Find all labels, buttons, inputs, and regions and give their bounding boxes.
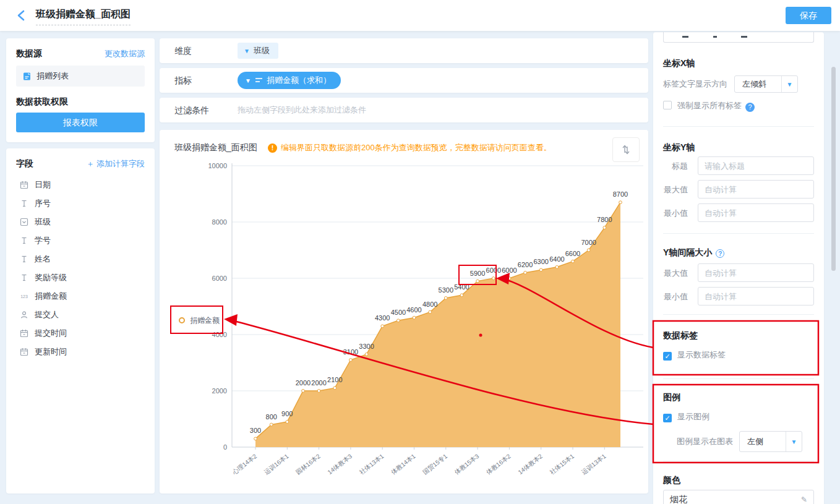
field-item[interactable]: 姓名 — [16, 250, 145, 268]
metric-row: 指标 ▼ 捐赠金额（求和） — [160, 68, 648, 93]
chevron-down-icon: ▼ — [786, 432, 802, 451]
save-button[interactable]: 保存 — [786, 7, 831, 24]
label-direction-select[interactable]: 左倾斜 ▼ — [734, 75, 798, 93]
svg-text:6000: 6000 — [212, 275, 227, 282]
field-item[interactable]: 班级 — [16, 213, 145, 231]
label-direction-label: 标签文字显示方向 — [663, 79, 727, 88]
show-data-labels-checkbox[interactable]: ✓ — [663, 352, 672, 361]
field-item-label: 序号 — [35, 198, 51, 209]
force-labels-checkbox[interactable] — [663, 101, 672, 109]
divider — [663, 314, 814, 315]
svg-text:4500: 4500 — [391, 309, 406, 316]
field-item-label: 更新时间 — [35, 346, 67, 357]
svg-text:运训16本1: 运训16本1 — [263, 453, 290, 476]
svg-text:体教14本1: 体教14本1 — [389, 453, 417, 476]
show-legend-row: ✓显示图例 — [663, 411, 814, 422]
svg-text:6200: 6200 — [518, 261, 533, 268]
filter-dropzone[interactable]: 拖动左侧字段到此处来添加过滤条件 — [238, 98, 366, 122]
y-axis-title-label: 标题 — [663, 161, 688, 172]
show-legend-checkbox[interactable]: ✓ — [663, 414, 672, 422]
field-item[interactable]: 日期 — [16, 176, 145, 194]
svg-text:14体教本2: 14体教本2 — [516, 453, 544, 476]
svg-text:3300: 3300 — [359, 343, 374, 350]
page-title[interactable]: 班级捐赠金额_面积图 — [36, 8, 131, 25]
calendar-icon — [20, 348, 28, 356]
dimension-row: 维度 ▼班级 — [160, 38, 648, 63]
field-item[interactable]: 更新时间 — [16, 343, 145, 361]
field-item[interactable]: 学号 — [16, 231, 145, 250]
field-item[interactable]: 序号 — [16, 194, 145, 213]
svg-text:2100: 2100 — [327, 376, 342, 383]
svg-text:2000: 2000 — [296, 379, 311, 387]
datasource-item[interactable]: 捐赠列表 — [16, 66, 145, 87]
field-item[interactable]: 提交时间 — [16, 324, 145, 343]
dimension-tag[interactable]: ▼班级 — [238, 43, 278, 59]
divider — [663, 126, 814, 127]
chevron-down-icon: ▼ — [781, 76, 797, 92]
color-scheme-select[interactable]: 烟花 ✎ — [663, 490, 814, 504]
field-item[interactable]: 提交人 — [16, 305, 145, 324]
color-section-title: 颜色 — [663, 475, 814, 486]
y-axis-section-title: 坐标Y轴 — [663, 142, 814, 153]
change-datasource-link[interactable]: 更改数据源 — [105, 48, 145, 59]
document-icon — [22, 72, 32, 81]
legend-section-title: 图例 — [663, 392, 814, 403]
add-calculated-field-link[interactable]: ＋ 添加计算字段 — [86, 158, 145, 169]
user-icon — [20, 310, 28, 319]
y-axis-min-label: 最小值 — [663, 208, 688, 219]
svg-text:2000: 2000 — [212, 387, 227, 395]
field-item[interactable]: 奖励等级 — [16, 268, 145, 287]
force-labels-row: 强制显示所有标签? — [663, 100, 814, 112]
chart-legend[interactable]: 捐赠金额 — [175, 311, 223, 330]
x-axis-section-title: 坐标X轴 — [663, 58, 814, 69]
help-icon[interactable]: ? — [745, 103, 755, 112]
number-icon: 123 — [20, 292, 28, 301]
svg-text:5300: 5300 — [439, 286, 453, 294]
y-interval-min-label: 最小值 — [663, 291, 688, 302]
field-item[interactable]: 123捐赠金额 — [16, 287, 145, 305]
svg-text:心理14本2: 心理14本2 — [231, 453, 259, 476]
datasource-title: 数据源 — [16, 48, 42, 59]
svg-text:6000: 6000 — [502, 267, 516, 274]
y-interval-max-label: 最大值 — [663, 268, 688, 279]
datasource-panel: 数据源 更改数据源 捐赠列表 数据获取权限 报表权限 — [6, 38, 155, 142]
help-icon[interactable]: ? — [716, 249, 724, 258]
metric-tag[interactable]: ▼ 捐赠金额（求和） — [238, 72, 341, 89]
svg-text:2000: 2000 — [311, 379, 326, 387]
y-axis-max-input[interactable] — [698, 180, 814, 199]
svg-text:900: 900 — [281, 410, 293, 417]
y-interval-section-title: Y轴间隔大小? — [663, 247, 814, 258]
svg-text:4600: 4600 — [406, 306, 421, 314]
svg-text:5400: 5400 — [454, 283, 469, 291]
report-permission-button[interactable]: 报表权限 — [16, 113, 145, 132]
show-data-labels-label: 显示数据标签 — [677, 350, 726, 359]
settings-panel: 坐标X轴 标签文字显示方向 左倾斜 ▼ 强制显示所有标签? 坐标Y轴 标题 最大… — [653, 32, 824, 504]
edit-icon: ✎ — [801, 495, 807, 504]
svg-text:300: 300 — [250, 427, 261, 434]
svg-text:14体教本3: 14体教本3 — [327, 453, 354, 476]
legend-position-select[interactable]: 左侧 ▼ — [739, 431, 802, 452]
fields-title: 字段 — [16, 158, 33, 169]
y-interval-max-input[interactable] — [698, 263, 814, 282]
svg-text:4000: 4000 — [212, 331, 227, 338]
series-marker-icon — [179, 317, 185, 323]
chart-panel: 班级捐赠金额_面积图 ! 编辑界面只取数据源前200条作为查询数据预览，完整数据… — [160, 130, 648, 493]
svg-text:6400: 6400 — [549, 255, 564, 263]
y-axis-title-input[interactable] — [698, 156, 814, 175]
chevron-down-icon: ▼ — [245, 77, 251, 84]
data-label-section-title: 数据标签 — [663, 330, 814, 341]
show-data-labels-row: ✓显示数据标签 — [663, 349, 814, 361]
scrollbar-thumb[interactable] — [831, 67, 836, 271]
svg-text:园林16本2: 园林16本2 — [294, 453, 322, 476]
svg-text:8700: 8700 — [613, 190, 628, 198]
field-item-label: 班级 — [35, 216, 51, 228]
svg-text:体教16本2: 体教16本2 — [484, 453, 512, 476]
back-icon[interactable] — [14, 7, 31, 24]
select-icon — [20, 218, 28, 226]
svg-text:国贸15专1: 国贸15专1 — [421, 453, 448, 476]
report-editor-page: 班级捐赠金额_面积图 保存 数据源 更改数据源 捐赠列表 数据获取权限 报表权限… — [0, 0, 840, 504]
permission-title: 数据获取权限 — [16, 96, 68, 108]
divider — [663, 233, 814, 234]
y-interval-min-input[interactable] — [698, 287, 814, 305]
y-axis-min-input[interactable] — [698, 203, 814, 222]
